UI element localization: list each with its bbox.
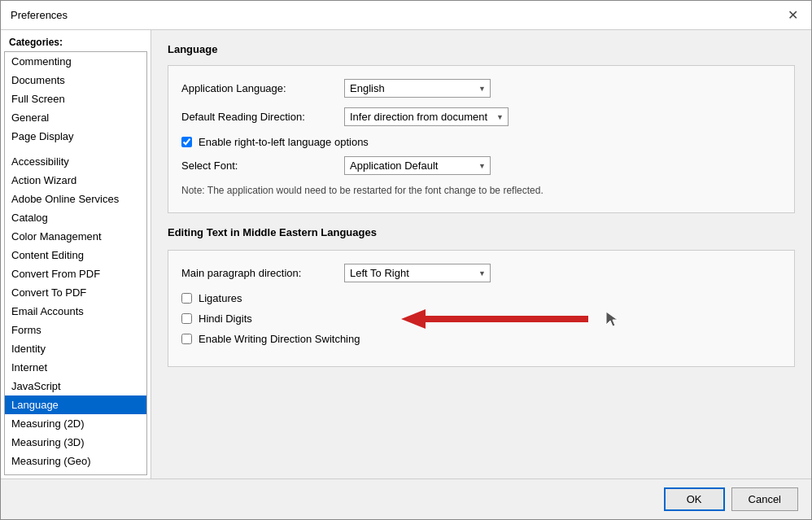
close-button[interactable]: ✕ xyxy=(784,9,801,22)
title-bar: Preferences ✕ xyxy=(1,1,811,30)
main-para-direction-select[interactable]: Left To Right Right To Left xyxy=(344,264,491,282)
main-content: Language Application Language: English F… xyxy=(151,30,811,478)
sidebar-item-measuring-geo[interactable]: Measuring (Geo) xyxy=(5,452,146,470)
select-font-row: Select Font: Application Default Arial T… xyxy=(181,156,781,175)
reading-direction-select[interactable]: Infer direction from document Left to Ri… xyxy=(344,107,509,126)
cursor-icon xyxy=(605,310,619,328)
sidebar-item-internet[interactable]: Internet xyxy=(5,358,146,377)
hindi-digits-row: Hindi Digits xyxy=(181,312,781,325)
svg-marker-1 xyxy=(606,312,618,326)
sidebar-item-action-wizard[interactable]: Action Wizard xyxy=(5,171,146,190)
app-language-control: English French German Spanish xyxy=(344,79,491,98)
sidebar-item-accessibility[interactable]: Accessibility xyxy=(5,152,146,171)
app-language-label: Application Language: xyxy=(181,82,344,94)
dialog-title: Preferences xyxy=(11,9,68,21)
sidebar-item-documents[interactable]: Documents xyxy=(5,71,146,90)
editing-section-title: Editing Text in Middle Eastern Languages xyxy=(168,226,795,238)
app-language-select[interactable]: English French German Spanish xyxy=(344,79,491,98)
sidebar-item-convert-to-pdf[interactable]: Convert To PDF xyxy=(5,283,146,302)
sidebar-item-language[interactable]: Language xyxy=(5,395,146,414)
reading-direction-label: Default Reading Direction: xyxy=(181,111,344,123)
ligatures-row: Ligatures xyxy=(181,292,781,304)
arrow-annotation xyxy=(401,308,619,330)
ligatures-checkbox[interactable] xyxy=(181,293,192,304)
main-para-direction-select-wrapper: Left To Right Right To Left xyxy=(344,264,491,282)
select-font-select-wrapper: Application Default Arial Times New Roma… xyxy=(344,156,491,175)
preferences-dialog: Preferences ✕ Categories: Commenting Doc… xyxy=(0,0,812,520)
app-language-row: Application Language: English French Ger… xyxy=(181,79,781,98)
reading-direction-control: Infer direction from document Left to Ri… xyxy=(344,107,509,126)
sidebar-item-measuring-3d[interactable]: Measuring (3D) xyxy=(5,433,146,452)
sidebar-item-content-editing[interactable]: Content Editing xyxy=(5,246,146,264)
main-para-direction-label: Main paragraph direction: xyxy=(181,267,344,279)
enable-writing-direction-checkbox[interactable] xyxy=(181,334,192,344)
reading-direction-select-wrapper: Infer direction from document Left to Ri… xyxy=(344,107,509,126)
enable-rtl-row: Enable right-to-left language options xyxy=(181,136,781,148)
enable-rtl-label[interactable]: Enable right-to-left language options xyxy=(199,136,369,148)
sidebar-item-forms[interactable]: Forms xyxy=(5,321,146,339)
select-font-control: Application Default Arial Times New Roma… xyxy=(344,156,491,175)
sidebar-item-multimedia-3d[interactable]: Multimedia & 3D xyxy=(5,470,146,475)
categories-list: Commenting Documents Full Screen General… xyxy=(4,51,147,475)
sidebar-item-measuring-2d[interactable]: Measuring (2D) xyxy=(5,414,146,433)
ligatures-label[interactable]: Ligatures xyxy=(199,292,242,304)
sidebar-item-page-display[interactable]: Page Display xyxy=(5,127,146,146)
categories-label: Categories: xyxy=(1,30,151,51)
main-para-direction-control: Left To Right Right To Left xyxy=(344,264,491,282)
sidebar-item-full-screen[interactable]: Full Screen xyxy=(5,90,146,108)
sidebar-item-javascript[interactable]: JavaScript xyxy=(5,377,146,395)
enable-writing-direction-row: Enable Writing Direction Switching xyxy=(181,333,781,345)
enable-writing-direction-label[interactable]: Enable Writing Direction Switching xyxy=(199,333,360,345)
font-note: Note: The application would need to be r… xyxy=(181,185,781,196)
sidebar-item-general[interactable]: General xyxy=(5,108,146,127)
select-font-select[interactable]: Application Default Arial Times New Roma… xyxy=(344,156,491,175)
sidebar-item-catalog[interactable]: Catalog xyxy=(5,208,146,227)
main-para-direction-row: Main paragraph direction: Left To Right … xyxy=(181,264,781,282)
sidebar-item-commenting[interactable]: Commenting xyxy=(5,52,146,71)
sidebar-divider xyxy=(5,146,146,152)
app-language-select-wrapper: English French German Spanish xyxy=(344,79,491,98)
ok-button[interactable]: OK xyxy=(664,487,725,511)
sidebar-item-adobe-online-services[interactable]: Adobe Online Services xyxy=(5,190,146,208)
select-font-label: Select Font: xyxy=(181,159,344,172)
editing-section-box: Main paragraph direction: Left To Right … xyxy=(168,250,795,367)
sidebar: Categories: Commenting Documents Full Sc… xyxy=(1,30,151,478)
dialog-body: Categories: Commenting Documents Full Sc… xyxy=(1,30,811,478)
svg-marker-0 xyxy=(401,309,588,329)
sidebar-item-color-management[interactable]: Color Management xyxy=(5,227,146,246)
hindi-digits-checkbox[interactable] xyxy=(181,313,192,324)
red-arrow-icon xyxy=(401,308,605,330)
language-section-title: Language xyxy=(168,43,795,55)
sidebar-item-convert-from-pdf[interactable]: Convert From PDF xyxy=(5,264,146,283)
sidebar-item-identity[interactable]: Identity xyxy=(5,339,146,358)
enable-rtl-checkbox[interactable] xyxy=(181,137,192,147)
reading-direction-row: Default Reading Direction: Infer directi… xyxy=(181,107,781,126)
hindi-digits-label[interactable]: Hindi Digits xyxy=(199,312,252,325)
cancel-button[interactable]: Cancel xyxy=(731,487,798,511)
footer: OK Cancel xyxy=(1,478,811,519)
language-section-box: Application Language: English French Ger… xyxy=(168,65,795,213)
sidebar-item-email-accounts[interactable]: Email Accounts xyxy=(5,302,146,321)
